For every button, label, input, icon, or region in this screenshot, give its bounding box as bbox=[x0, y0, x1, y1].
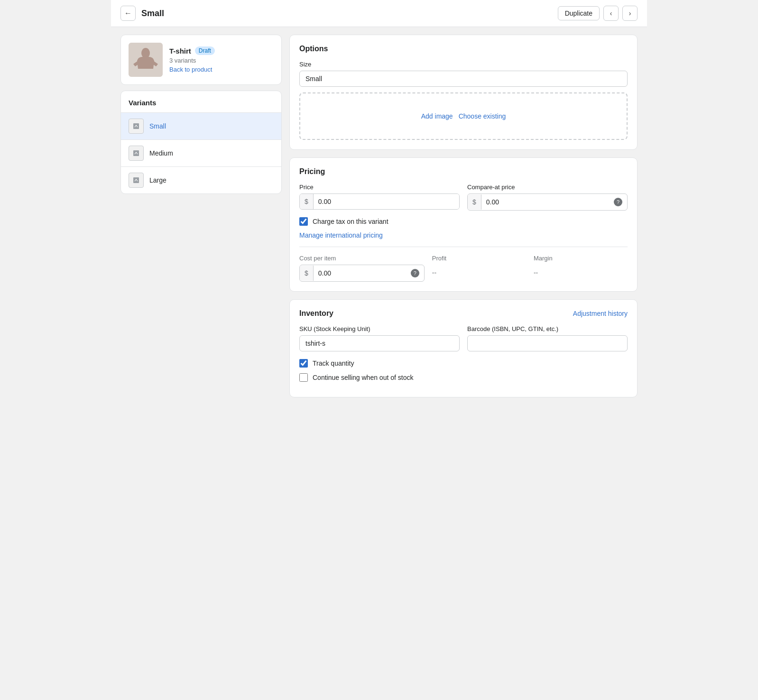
size-input[interactable] bbox=[299, 71, 628, 87]
price-label: Price bbox=[299, 184, 460, 191]
inventory-section: Inventory Adjustment history SKU (Stock … bbox=[289, 299, 638, 397]
right-content: Options Size Add image Choose existing P… bbox=[289, 35, 638, 397]
left-sidebar: T-shirt Draft 3 variants Back to product… bbox=[120, 35, 282, 194]
margin-field: Margin -- bbox=[534, 255, 628, 282]
pricing-section: Pricing Price $ Compare-at price $ bbox=[289, 157, 638, 292]
price-input[interactable] bbox=[314, 194, 459, 209]
inventory-fields-row: SKU (Stock Keeping Unit) Barcode (ISBN, … bbox=[299, 325, 628, 351]
size-label: Size bbox=[299, 61, 628, 68]
top-bar-right: Duplicate ‹ › bbox=[558, 6, 638, 21]
cost-per-item-input-wrapper: $ ? bbox=[299, 265, 425, 282]
product-name-row: T-shirt Draft bbox=[169, 46, 215, 55]
product-name: T-shirt bbox=[169, 47, 191, 55]
svg-rect-4 bbox=[133, 177, 139, 183]
variant-label-small: Small bbox=[149, 122, 166, 130]
cost-per-item-field: Cost per item $ ? bbox=[299, 255, 425, 282]
pricing-row: Price $ Compare-at price $ ? bbox=[299, 184, 628, 211]
cost-per-item-input[interactable] bbox=[314, 266, 406, 281]
cost-prefix: $ bbox=[300, 266, 314, 281]
compare-price-input[interactable] bbox=[481, 194, 609, 210]
svg-rect-2 bbox=[133, 123, 139, 129]
variants-count: 3 variants bbox=[169, 57, 215, 64]
compare-price-prefix: $ bbox=[468, 194, 481, 210]
variant-icon-large bbox=[129, 173, 144, 188]
continue-selling-row: Continue selling when out of stock bbox=[299, 373, 628, 382]
next-button[interactable]: › bbox=[622, 6, 638, 21]
main-layout: T-shirt Draft 3 variants Back to product… bbox=[111, 27, 647, 405]
image-upload-area[interactable]: Add image Choose existing bbox=[299, 92, 628, 140]
cost-help-icon[interactable]: ? bbox=[411, 269, 419, 277]
inventory-header: Inventory Adjustment history bbox=[299, 309, 628, 318]
pricing-title: Pricing bbox=[299, 167, 628, 176]
size-field: Size bbox=[299, 61, 628, 87]
choose-existing-button[interactable]: Choose existing bbox=[459, 112, 506, 120]
variant-label-large: Large bbox=[149, 176, 166, 184]
variant-icon-small bbox=[129, 119, 144, 134]
variant-item-large[interactable]: Large bbox=[121, 166, 281, 193]
cost-row: Cost per item $ ? Profit -- bbox=[299, 255, 628, 282]
charge-tax-label: Charge tax on this variant bbox=[313, 218, 388, 225]
page-title: Small bbox=[141, 9, 164, 18]
product-image bbox=[129, 43, 163, 77]
sku-input[interactable] bbox=[299, 335, 460, 351]
add-image-button[interactable]: Add image bbox=[421, 112, 453, 120]
back-to-product-link[interactable]: Back to product bbox=[169, 66, 215, 73]
variant-label-medium: Medium bbox=[149, 149, 173, 157]
price-input-wrapper: $ bbox=[299, 193, 460, 210]
compare-help-suffix: ? bbox=[609, 194, 627, 210]
price-prefix: $ bbox=[300, 194, 314, 209]
profit-field: Profit -- bbox=[432, 255, 526, 282]
variants-header: Variants bbox=[121, 91, 281, 112]
continue-selling-checkbox[interactable] bbox=[299, 373, 308, 382]
pricing-divider bbox=[299, 247, 628, 247]
charge-tax-checkbox[interactable] bbox=[299, 217, 308, 226]
margin-label: Margin bbox=[534, 255, 628, 262]
track-quantity-checkbox[interactable] bbox=[299, 359, 308, 368]
margin-value: -- bbox=[534, 265, 628, 281]
inventory-title: Inventory bbox=[299, 309, 333, 318]
variant-item-medium[interactable]: Medium bbox=[121, 139, 281, 166]
cost-help-suffix: ? bbox=[406, 265, 424, 281]
sku-field: SKU (Stock Keeping Unit) bbox=[299, 325, 460, 351]
variant-item-small[interactable]: Small bbox=[121, 112, 281, 139]
compare-price-label: Compare-at price bbox=[467, 184, 628, 191]
options-title: Options bbox=[299, 45, 628, 53]
variants-card: Variants Small bbox=[120, 91, 282, 194]
options-section: Options Size Add image Choose existing bbox=[289, 35, 638, 150]
track-quantity-row: Track quantity bbox=[299, 359, 628, 368]
charge-tax-row: Charge tax on this variant bbox=[299, 217, 628, 226]
compare-price-input-wrapper: $ ? bbox=[467, 193, 628, 211]
product-card: T-shirt Draft 3 variants Back to product bbox=[120, 35, 282, 85]
continue-selling-label: Continue selling when out of stock bbox=[313, 374, 413, 381]
compare-price-field: Compare-at price $ ? bbox=[467, 184, 628, 211]
adjustment-history-link[interactable]: Adjustment history bbox=[573, 310, 628, 317]
profit-label: Profit bbox=[432, 255, 526, 262]
top-bar-left: ← Small bbox=[120, 6, 164, 21]
svg-rect-3 bbox=[133, 150, 139, 156]
profit-value: -- bbox=[432, 265, 526, 281]
draft-badge: Draft bbox=[195, 46, 215, 55]
top-bar: ← Small Duplicate ‹ › bbox=[111, 0, 647, 27]
back-button[interactable]: ← bbox=[120, 6, 136, 21]
prev-button[interactable]: ‹ bbox=[603, 6, 619, 21]
track-quantity-label: Track quantity bbox=[313, 359, 354, 367]
duplicate-button[interactable]: Duplicate bbox=[558, 6, 600, 20]
product-info: T-shirt Draft 3 variants Back to product bbox=[169, 46, 215, 73]
cost-per-item-label: Cost per item bbox=[299, 255, 425, 262]
barcode-input[interactable] bbox=[467, 335, 628, 351]
price-field: Price $ bbox=[299, 184, 460, 211]
manage-international-pricing-link[interactable]: Manage international pricing bbox=[299, 231, 383, 239]
sku-label: SKU (Stock Keeping Unit) bbox=[299, 325, 460, 332]
compare-help-icon[interactable]: ? bbox=[614, 198, 622, 206]
barcode-field: Barcode (ISBN, UPC, GTIN, etc.) bbox=[467, 325, 628, 351]
variant-icon-medium bbox=[129, 146, 144, 161]
barcode-label: Barcode (ISBN, UPC, GTIN, etc.) bbox=[467, 325, 628, 332]
